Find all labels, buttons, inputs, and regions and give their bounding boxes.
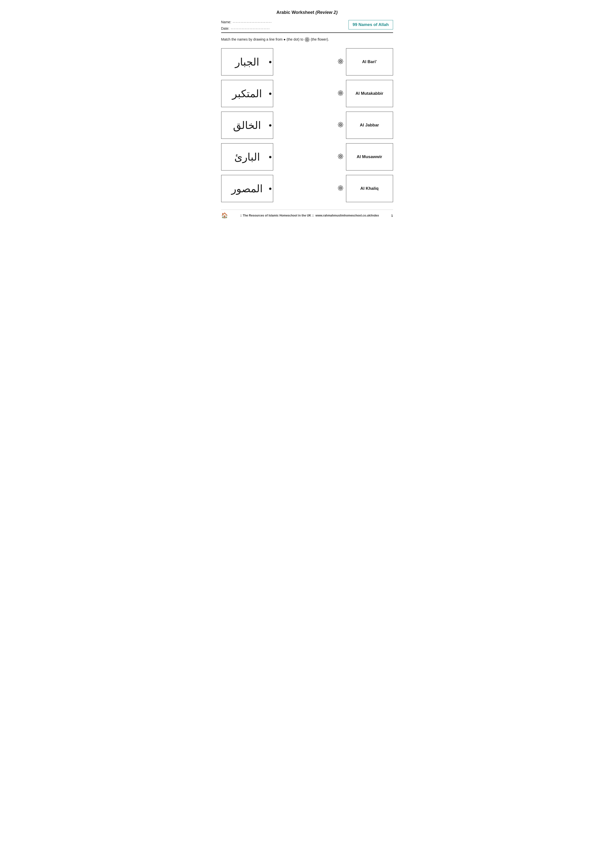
flower-marker-1 [337,90,344,97]
arabic-text: البارئ [234,151,260,163]
svg-point-15 [338,61,340,64]
svg-point-51 [338,188,340,190]
footer-inner: :: The Resources of Islamic Homeschool i… [230,214,389,217]
svg-point-31 [340,124,343,127]
english-text: Al Khaliq [361,186,379,191]
svg-point-38 [340,154,343,157]
match-row: المتكبر ● [221,80,393,107]
match-row: الخالق ● [221,112,393,139]
svg-point-24 [338,93,340,95]
name-label: Name: [221,20,231,24]
svg-point-11 [340,59,343,61]
svg-point-40 [340,156,343,159]
svg-point-20 [340,91,343,93]
flower-marker-3 [337,153,344,161]
svg-point-17 [338,59,340,61]
arabic-box: الجبار [221,48,273,76]
svg-point-33 [338,124,340,127]
flower-marker-2 [337,122,344,129]
right-side: Al Khaliq [337,175,393,202]
english-text: Al Jabbar [360,123,379,128]
name-dashes: ------------------------- [233,20,272,24]
date-field-row: Date: ------------------------- [221,26,272,31]
right-side: Al Mutakabbir [337,80,393,107]
english-box: Al Khaliq [346,175,393,202]
right-side: Al Jabbar [337,112,393,139]
match-row: المصور ● [221,175,393,202]
arabic-box: المصور [221,175,273,202]
header-divider [221,33,393,33]
svg-point-13 [340,61,343,64]
svg-point-47 [340,186,343,188]
arabic-text: الجبار [235,56,259,68]
footer-text: :: The Resources of Islamic Homeschool i… [240,214,314,217]
flower-marker-4 [337,185,344,192]
footer-url: www.rahmahmuslimhomeschool.co.uk/index [316,214,379,217]
match-row: البارئ ● [221,143,393,170]
match-row: الجبار ● [221,48,393,76]
name-date-section: Name: ------------------------- Date: --… [221,20,272,31]
right-side: Al Musawwir [337,143,393,170]
arabic-box: البارئ [221,143,273,170]
english-box: Al Musawwir [346,143,393,170]
svg-point-26 [338,91,340,93]
arabic-box: الخالق [221,112,273,139]
svg-point-53 [338,186,340,188]
date-label: Date: [221,26,229,31]
svg-point-35 [338,122,340,125]
english-box: Al Bari' [346,48,393,76]
svg-point-49 [340,188,343,190]
brand-text: 99 Names of Allah [353,22,389,27]
right-side: Al Bari' [337,48,393,76]
english-text: Al Mutakabbir [355,91,383,96]
arabic-text: المصور [231,183,263,195]
english-box: Al Mutakabbir [346,80,393,107]
instructions: Match the names by drawing a line from ●… [221,37,393,42]
footer: 🏠 :: The Resources of Islamic Homeschool… [221,209,393,219]
arabic-text: المتكبر [232,88,262,100]
english-box: Al Jabbar [346,112,393,139]
flower-marker-0 [337,58,344,65]
svg-point-8 [305,37,307,40]
svg-point-44 [338,154,340,157]
english-text: Al Bari' [362,59,377,64]
footer-page-number: 1 [391,214,393,217]
svg-point-2 [307,37,309,40]
name-field-row: Name: ------------------------- [221,20,272,24]
svg-point-42 [338,156,340,159]
date-dashes: ------------------------- [231,27,270,31]
svg-point-4 [307,40,309,42]
header-section: Name: ------------------------- Date: --… [221,20,393,31]
matching-section: الجبار ● [221,48,393,202]
arabic-box: المتكبر [221,80,273,107]
brand-box: 99 Names of Allah [348,20,393,29]
svg-point-29 [340,122,343,125]
svg-point-6 [305,40,307,42]
arabic-text: الخالق [233,119,261,132]
footer-house-icon: 🏠 [221,212,228,219]
page-title: Arabic Worksheet (Review 2) [221,10,393,15]
english-text: Al Musawwir [357,154,382,160]
svg-point-22 [340,93,343,95]
flower-icon-instructions [305,37,310,42]
